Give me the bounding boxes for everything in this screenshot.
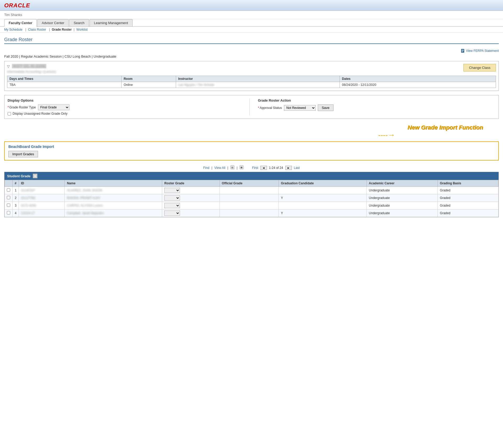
row-checkbox[interactable] [7,203,10,207]
row-grading-basis: Graded [438,187,499,194]
main-tabs: Faculty Center Advisor Center Search Lea… [4,19,499,26]
svg-rect-3 [462,51,463,52]
row-graduation-candidate: Y [279,194,367,202]
roster-grade-select[interactable]: A B C D F [164,211,180,216]
roster-grade-select[interactable]: A B C D F [164,203,180,208]
class-room: Online [121,82,176,88]
class-instructor: Lan Nguyen / Tim Scholar [176,82,340,88]
row-official-grade [220,202,279,209]
row-name: CARPIO, ALYSSA Lucero [65,202,162,209]
class-box: ▽ ACCT 121, 01 (1234) Intermediate Accou… [4,61,499,91]
class-table: Days and Times Room Instructor Dates TBA… [7,76,496,88]
roster-type-label: Grade Roster Type [8,106,36,109]
roster-table: # ID Name Roster Grade Official Grade Gr… [4,180,499,217]
oracle-header: ORACLE [0,0,503,11]
row-graduation-candidate: Y [279,209,367,217]
svg-rect-2 [462,51,464,51]
row-official-grade [220,209,279,217]
last-text: Last [294,166,300,170]
roster-type-select[interactable]: Final Grade Midterm Grade [38,104,69,110]
user-name: Tim Shanks [4,13,22,17]
pagination-sep-2: | [227,166,228,170]
grade-roster-action-title: Grade Roster Action [258,98,496,102]
row-graduation-candidate [279,187,367,194]
row-checkbox[interactable] [7,196,10,199]
class-code: ACCT 121, 01 (1234) [12,64,46,68]
unassigned-checkbox[interactable] [8,112,11,115]
col-grading-basis: Grading Basis [438,180,499,187]
table-row: 3 0172-4200 CARPIO, ALYSSA Lucero A B C … [5,202,499,209]
svg-text:⊞: ⊞ [231,166,233,169]
svg-rect-1 [462,50,464,50]
row-name: ALVAREZ, JUAN JASON [65,187,162,194]
tab-learning-management[interactable]: Learning Management [90,19,133,26]
annotation-area: New Grade Import Function - - - - → [4,122,499,140]
approval-status-row: Approval Status Not Reviewed Ready to Re… [258,104,496,111]
next-page-button[interactable]: ► [285,166,292,170]
class-box-header: ▽ ACCT 121, 01 (1234) Intermediate Accou… [7,64,496,74]
view-all-link[interactable]: View All [214,166,225,170]
row-num: 3 [13,202,19,209]
row-roster-grade[interactable]: A B C D F [162,202,220,209]
options-section: Display Options Grade Roster Type Final … [4,95,499,119]
sub-nav-grade-roster: Grade Roster [52,28,72,31]
beachboard-title: BeachBoard Grade Import [8,145,495,149]
main-content: Grade Roster View FERPA Statement Fall 2… [0,33,503,220]
sub-nav-my-schedule[interactable]: My Schedule [4,28,22,31]
sub-nav-class-roster[interactable]: Class Roster [28,28,46,31]
col-instructor: Instructor [176,76,340,82]
prev-page-button[interactable]: ◄ [260,166,267,170]
row-official-grade [220,187,279,194]
col-checkbox [5,180,13,187]
row-roster-grade[interactable]: A B C D F [162,187,220,194]
main-tab-nav: Faculty Center Advisor Center Search Lea… [0,19,503,27]
find-link[interactable]: Find [203,166,209,170]
svg-text:▦: ▦ [240,166,243,169]
student-table-section: Student Grade ⊞ # ID Name Roster Grade O… [4,172,499,217]
pagination-icon-2: ▦ [239,165,244,170]
tab-advisor-center[interactable]: Advisor Center [37,19,69,26]
sub-nav: My Schedule | Class Roster | Grade Roste… [0,27,503,33]
beachboard-section: BeachBoard Grade Import Import Grades [4,141,499,161]
col-roster-grade: Roster Grade [162,180,220,187]
col-days-times: Days and Times [7,76,122,82]
roster-grade-select[interactable]: A B C D F [164,195,180,201]
row-checkbox[interactable] [7,211,10,214]
separator-3: | [74,28,74,31]
approval-status-select[interactable]: Not Reviewed Ready to Review Approved [284,105,316,111]
row-roster-grade[interactable]: A B C D F [162,209,220,217]
pagination-sep-1: | [211,166,212,170]
row-academic-career: Undergraduate [367,187,438,194]
row-checkbox[interactable] [7,188,10,192]
ferpa-text: View FERPA Statement [466,49,499,53]
grid-icon[interactable]: ⊞ [33,174,37,178]
row-roster-grade[interactable]: A B C D F [162,194,220,202]
tab-search[interactable]: Search [69,19,89,26]
table-row: 2 3111T7B1 BAKSHI, PRAMIT AJAY A B C D F… [5,194,499,202]
change-class-button[interactable]: Change Class [463,64,496,71]
ferpa-link[interactable]: View FERPA Statement [461,49,499,53]
row-grading-basis: Graded [438,194,499,202]
col-id: ID [19,180,65,187]
pagination-bar: Find | View All | ⊞ | ▦ First ◄ 1-24 of … [4,164,499,172]
class-info: ▽ ACCT 121, 01 (1234) Intermediate Accou… [7,64,463,74]
pagination-sep-3: | [237,166,237,170]
unassigned-label: Display Unassigned Roster Grade Only [13,112,67,115]
sub-nav-worklist[interactable]: Worklist [76,28,88,31]
col-num: # [13,180,19,187]
page-title: Grade Roster [4,36,499,44]
import-grades-button[interactable]: Import Grades [8,151,38,157]
col-academic-career: Academic Career [367,180,438,187]
row-id: 0172-4200 [19,202,65,209]
save-button[interactable]: Save [318,104,333,111]
student-table-header: Student Grade ⊞ [4,172,499,180]
separator-1: | [25,28,26,31]
oracle-logo: ORACLE [4,2,499,9]
ferpa-icon [461,49,465,53]
student-grade-title: Student Grade [7,174,31,178]
table-row: 4 1101H-17 Campbell, Jared Alejandro A B… [5,209,499,217]
roster-grade-select[interactable]: A B C D F [164,188,180,193]
tab-faculty-center[interactable]: Faculty Center [4,19,37,27]
row-name: BAKSHI, PRAMIT AJAY [65,194,162,202]
pagination-icon-1: ⊞ [230,165,234,170]
